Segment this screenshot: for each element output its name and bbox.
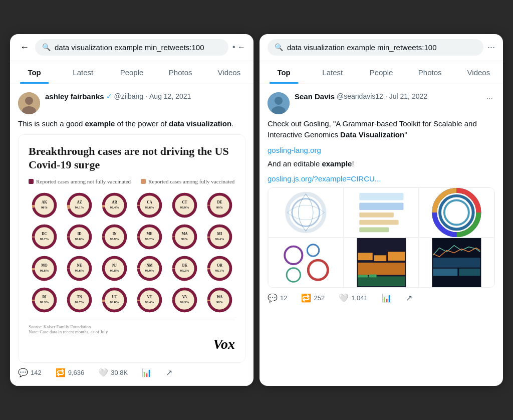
right-comment-count: 12 [280,294,287,302]
left-tab-photos[interactable]: Photos [156,61,205,84]
left-tweet-date-val: Aug 12, 2021 [149,92,191,100]
vox-title: Breakthrough cases are not driving the U… [29,145,235,171]
left-tweet-header: ashley fairbanks ✓ @ziibang · Aug 12, 20… [18,92,245,114]
vox-infographic: Breakthrough cases are not driving the U… [19,135,245,362]
right-tweet-actions: 💬 12 🔁 252 🤍 1,041 📊 ↗ [268,293,495,303]
svg-text:98.1%: 98.1% [215,269,224,272]
gosling-cell-4 [268,238,344,288]
gosling-cell-2 [344,187,419,238]
legend-vaccinated: Reported cases among fully vaccinated [141,178,234,184]
right-search-input-wrap[interactable]: 🔍 data visualization example min_retweet… [268,39,483,56]
right-views-action[interactable]: 📊 [382,293,392,303]
svg-text:DE: DE [217,200,222,204]
left-views-action[interactable]: 📊 [142,368,152,377]
left-share-action[interactable]: ↗ [166,368,172,377]
legend-label-unvax: Reported cases among not fully vaccinate… [36,178,131,184]
left-retweet-count: 9,636 [68,369,85,376]
svg-rect-120 [388,252,405,261]
svg-text:98.9%: 98.9% [145,269,154,272]
svg-text:OK: OK [181,263,187,268]
svg-text:99.8%: 99.8% [110,269,119,272]
right-tab-top[interactable]: Top [260,61,308,84]
right-like-action[interactable]: 🤍 1,041 [339,293,368,303]
svg-text:99%: 99% [181,237,188,241]
svg-text:NM: NM [146,263,152,268]
right-share-action[interactable]: ↗ [406,293,412,303]
circle-item-nm: NM98.9% [134,255,165,282]
right-tweet-text: Check out Gosling, "A Grammar-based Tool… [268,118,495,141]
right-search-icon: 🔍 [275,43,283,51]
vox-footer: Source: Kaiser Family Foundation Note: C… [29,320,235,352]
left-comment-count: 142 [31,369,42,376]
svg-text:OR: OR [217,263,223,268]
gosling-cell-5 [344,238,419,288]
right-retweet-action[interactable]: 🔁 252 [301,293,325,303]
right-tweet-header: Sean Davis @seandavis12 · Jul 21, 2022 ·… [268,92,495,114]
right-comment-icon: 💬 [268,293,278,303]
svg-rect-125 [433,258,480,268]
svg-text:MI: MI [217,232,222,236]
svg-rect-117 [358,263,405,275]
vox-logo: Vox [29,336,235,352]
svg-text:98.3%: 98.3% [40,300,49,304]
svg-rect-123 [369,275,376,278]
right-link1[interactable]: gosling-lang.org [268,146,495,154]
svg-rect-121 [358,277,405,287]
right-tab-photos[interactable]: Photos [406,61,454,84]
left-tab-latest[interactable]: Latest [59,61,107,84]
main-container: ← 🔍 data visualization example min_retwe… [10,34,503,386]
left-tweet-card: ashley fairbanks ✓ @ziibang · Aug 12, 20… [10,84,253,386]
left-like-action[interactable]: 🤍 30.8K [98,368,128,377]
circle-item-dc: DC98.7% [29,223,60,251]
circle-item-ok: OK99.2% [169,255,200,282]
left-tab-people[interactable]: People [107,61,156,84]
right-more-button[interactable]: ··· [487,42,495,53]
svg-text:99.3%: 99.3% [180,300,189,304]
left-author-name: ashley fairbanks [45,92,104,101]
vox-legend: Reported cases among not fully vaccinate… [29,178,235,184]
svg-text:ME: ME [146,232,152,236]
circles-grid: AK96%AZ94.1%AR96.4%CA98.6%CT99.9%DE99%DC… [29,191,235,314]
left-author-handle: @ziibang [114,92,144,100]
retweet-icon: 🔁 [56,368,66,377]
svg-text:IN: IN [112,232,117,236]
svg-point-114 [308,260,328,280]
svg-text:DC: DC [42,232,47,236]
svg-point-112 [285,247,302,264]
svg-point-103 [292,199,320,227]
right-tab-videos[interactable]: Videos [454,61,503,84]
svg-text:AK: AK [42,200,47,204]
right-retweet-icon: 🔁 [301,293,311,303]
right-avatar [268,92,290,114]
left-back-button[interactable]: ← [18,40,31,55]
svg-text:99.6%: 99.6% [75,269,84,272]
svg-point-115 [287,268,300,282]
left-tab-videos[interactable]: Videos [205,61,253,84]
svg-text:98.7%: 98.7% [145,237,154,241]
left-tab-top[interactable]: Top [10,61,59,84]
left-comment-action[interactable]: 💬 142 [18,368,42,377]
right-share-icon: ↗ [406,293,412,303]
right-link2[interactable]: gosling.js.org/?example=CIRCU... [268,174,495,183]
svg-text:NE: NE [77,263,82,268]
circle-item-me: ME98.7% [134,223,165,251]
right-author-handle: @seandavis12 [337,92,383,100]
left-tweet-date: · [145,92,147,100]
svg-point-111 [444,200,469,225]
circle-item-nj: NJ99.8% [99,255,130,282]
gosling-preview [268,187,495,288]
share-icon: ↗ [166,368,172,377]
svg-text:98.9%: 98.9% [110,237,119,241]
right-tweet-date-sep: · [385,92,387,100]
like-icon: 🤍 [98,368,108,377]
right-tab-latest[interactable]: Latest [308,61,357,84]
right-tweet-more-button[interactable]: ··· [484,92,495,105]
svg-rect-107 [359,220,398,225]
right-tab-people[interactable]: People [357,61,405,84]
left-retweet-action[interactable]: 🔁 9,636 [56,368,85,377]
right-comment-action[interactable]: 💬 12 [268,293,287,303]
svg-text:VT: VT [147,295,152,299]
left-search-icon: 🔍 [42,43,51,51]
circle-item-id: ID98.8% [64,223,95,251]
left-search-input-wrap[interactable]: 🔍 data visualization example min_retweet… [35,39,228,56]
